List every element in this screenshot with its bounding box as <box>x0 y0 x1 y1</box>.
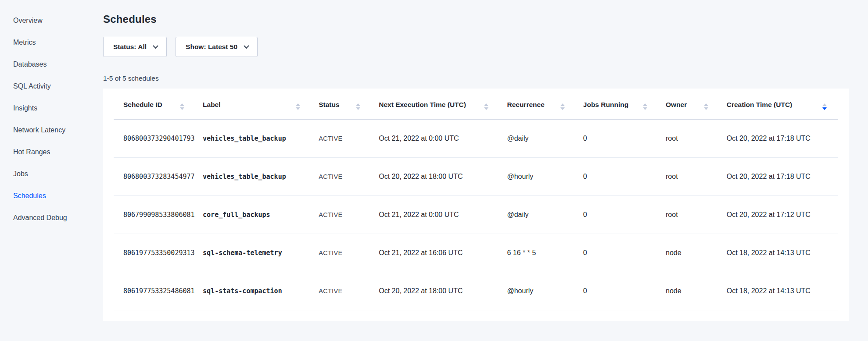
cell-recurrence: @daily <box>507 196 583 234</box>
sidebar-item-overview[interactable]: Overview <box>0 10 103 32</box>
status-filter-dropdown[interactable]: Status: All <box>103 37 167 57</box>
column-header-label: Owner <box>666 101 687 112</box>
cell-jobs-running: 0 <box>583 196 666 234</box>
column-header-label: Label <box>203 101 220 112</box>
sort-down-arrow-icon <box>484 107 488 110</box>
sort-down-arrow-icon <box>356 107 360 110</box>
sidebar: OverviewMetricsDatabasesSQL ActivityInsi… <box>0 0 103 341</box>
page-title: Schedules <box>103 13 849 25</box>
cell-owner: node <box>666 234 727 272</box>
column-header-owner[interactable]: Owner <box>666 89 727 120</box>
cell-next-execution: Oct 21, 2022 at 16:06 UTC <box>379 234 507 272</box>
cell-owner: root <box>666 158 727 196</box>
cell-owner: root <box>666 120 727 158</box>
cell-schedule-id[interactable]: 806800373283454977 <box>114 158 203 196</box>
cell-creation-time: Oct 20, 2022 at 17:18 UTC <box>727 158 838 196</box>
schedules-table: Schedule ID Label Status Next Execution … <box>114 89 838 310</box>
sidebar-item-label: Advanced Debug <box>13 214 67 222</box>
cell-jobs-running: 0 <box>583 120 666 158</box>
cell-next-execution: Oct 20, 2022 at 18:00 UTC <box>379 272 507 310</box>
sort-down-arrow-icon <box>822 107 827 110</box>
sidebar-item-label: Jobs <box>13 170 28 178</box>
sidebar-item-advanced-debug[interactable]: Advanced Debug <box>0 207 103 229</box>
sidebar-item-network-latency[interactable]: Network Latency <box>0 119 103 141</box>
sort-arrows-icon <box>560 103 565 110</box>
sidebar-item-label: Overview <box>13 17 43 25</box>
sort-down-arrow-icon <box>704 107 708 110</box>
table-row: 806197753325486081sql-stats-compactionAC… <box>114 272 838 310</box>
table-body: 806800373290401793vehicles_table_backupA… <box>114 120 838 310</box>
cell-owner: node <box>666 272 727 310</box>
sort-arrows-icon <box>180 103 184 110</box>
column-header-label: Recurrence <box>507 101 544 112</box>
sort-up-arrow-icon <box>296 103 300 106</box>
cell-creation-time: Oct 20, 2022 at 17:12 UTC <box>727 196 838 234</box>
sort-down-arrow-icon <box>180 107 184 110</box>
sidebar-item-label: Metrics <box>13 39 36 46</box>
column-header-status[interactable]: Status <box>319 89 379 120</box>
sidebar-item-jobs[interactable]: Jobs <box>0 163 103 185</box>
cell-schedule-id[interactable]: 806197753325486081 <box>114 272 203 310</box>
table-row: 806800373290401793vehicles_table_backupA… <box>114 120 838 158</box>
sort-arrows-icon <box>704 103 708 110</box>
cell-creation-time: Oct 18, 2022 at 14:13 UTC <box>727 234 838 272</box>
sort-up-arrow-icon <box>484 103 488 106</box>
cell-creation-time: Oct 18, 2022 at 14:13 UTC <box>727 272 838 310</box>
cell-status: ACTIVE <box>319 196 379 234</box>
cell-status: ACTIVE <box>319 158 379 196</box>
sort-arrows-icon <box>296 103 300 110</box>
sidebar-item-label: Insights <box>13 104 37 112</box>
column-header-recurrence[interactable]: Recurrence <box>507 89 583 120</box>
cell-schedule-id[interactable]: 806197753350029313 <box>114 234 203 272</box>
cell-recurrence: @hourly <box>507 272 583 310</box>
cell-next-execution: Oct 21, 2022 at 0:00 UTC <box>379 120 507 158</box>
sort-up-arrow-icon <box>643 103 647 106</box>
sidebar-item-metrics[interactable]: Metrics <box>0 32 103 53</box>
table-header-row: Schedule ID Label Status Next Execution … <box>114 89 838 120</box>
chevron-down-icon <box>153 43 158 49</box>
cell-label: vehicles_table_backup <box>203 158 319 196</box>
cell-jobs-running: 0 <box>583 234 666 272</box>
cell-jobs-running: 0 <box>583 272 666 310</box>
results-summary: 1-5 of 5 schedules <box>103 75 849 82</box>
cell-recurrence: 6 16 * * 5 <box>507 234 583 272</box>
cell-schedule-id[interactable]: 806800373290401793 <box>114 120 203 158</box>
column-header-label[interactable]: Label <box>203 89 319 120</box>
sidebar-item-schedules[interactable]: Schedules <box>0 185 103 207</box>
cell-label: core_full_backups <box>203 196 319 234</box>
chevron-down-icon <box>244 43 249 49</box>
sidebar-item-hot-ranges[interactable]: Hot Ranges <box>0 141 103 163</box>
cell-recurrence: @hourly <box>507 158 583 196</box>
cell-label: sql-schema-telemetry <box>203 234 319 272</box>
cell-label: sql-stats-compaction <box>203 272 319 310</box>
sidebar-item-label: Network Latency <box>13 126 65 134</box>
sidebar-item-label: Hot Ranges <box>13 148 50 156</box>
filter-bar: Status: All Show: Latest 50 <box>103 37 849 57</box>
cell-next-execution: Oct 21, 2022 at 0:00 UTC <box>379 196 507 234</box>
table-row: 806800373283454977vehicles_table_backupA… <box>114 158 838 196</box>
cell-creation-time: Oct 20, 2022 at 17:18 UTC <box>727 120 838 158</box>
sort-up-arrow-icon <box>704 103 708 106</box>
column-header-jobs-running[interactable]: Jobs Running <box>583 89 666 120</box>
column-header-next-execution-time-utc[interactable]: Next Execution Time (UTC) <box>379 89 507 120</box>
main-content: Schedules Status: All Show: Latest 50 1-… <box>103 0 868 341</box>
cell-schedule-id[interactable]: 806799098533806081 <box>114 196 203 234</box>
sidebar-item-label: SQL Activity <box>13 82 51 90</box>
table-row: 806799098533806081core_full_backupsACTIV… <box>114 196 838 234</box>
sidebar-item-databases[interactable]: Databases <box>0 53 103 75</box>
cell-label: vehicles_table_backup <box>203 120 319 158</box>
column-header-creation-time-utc[interactable]: Creation Time (UTC) <box>727 89 838 120</box>
sidebar-item-sql-activity[interactable]: SQL Activity <box>0 75 103 97</box>
column-header-label: Creation Time (UTC) <box>727 101 793 112</box>
sort-arrows-icon <box>822 103 827 110</box>
show-filter-label: Show: Latest 50 <box>186 43 237 51</box>
sort-up-arrow-icon <box>560 103 565 106</box>
sort-down-arrow-icon <box>560 107 565 110</box>
sort-arrows-icon <box>356 103 360 110</box>
show-filter-dropdown[interactable]: Show: Latest 50 <box>176 37 258 57</box>
column-header-schedule-id[interactable]: Schedule ID <box>114 89 203 120</box>
sidebar-item-insights[interactable]: Insights <box>0 97 103 119</box>
cell-status: ACTIVE <box>319 272 379 310</box>
sort-down-arrow-icon <box>643 107 647 110</box>
column-header-label: Schedule ID <box>123 101 162 112</box>
